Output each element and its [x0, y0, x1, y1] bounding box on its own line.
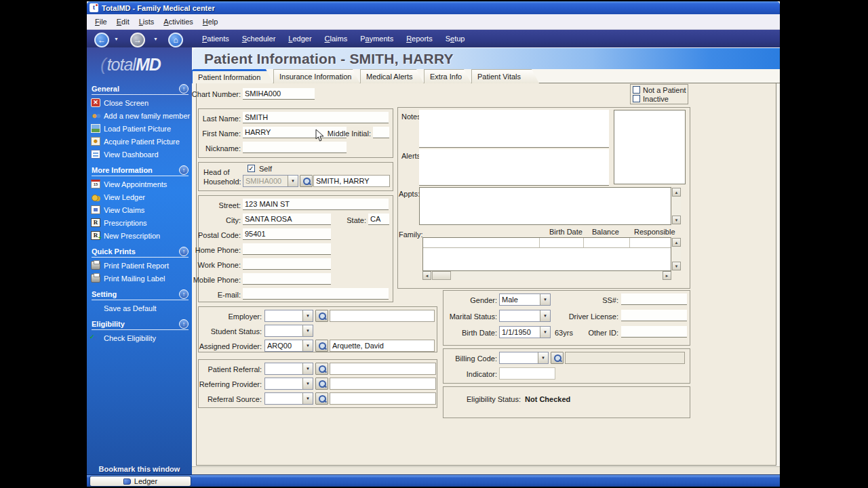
menu-file[interactable]: File [90, 16, 112, 28]
last-name-field[interactable]: SMITH [243, 112, 389, 123]
scroll-left-icon[interactable]: ◄ [422, 271, 431, 280]
scroll-up-icon[interactable]: ▲ [672, 188, 681, 197]
chevron-down-icon[interactable]: ▼ [302, 310, 313, 321]
sidebar-item-print-mailing-label[interactable]: Print Mailing Label [87, 272, 192, 285]
household-name-field[interactable]: SMITH, HARRY [313, 175, 390, 187]
patient-referral-combo[interactable]: ▼ [264, 363, 313, 375]
tab-medical-alerts[interactable]: Medical Alerts [360, 69, 424, 83]
chevron-down-icon[interactable]: ▼ [302, 393, 313, 404]
employer-combo[interactable]: ▼ [264, 310, 313, 322]
sidebar-item-add-family-member[interactable]: Add a new family member [87, 109, 192, 122]
sidebar-item-prescriptions[interactable]: RPrescriptions [87, 216, 192, 229]
sidebar-item-view-appointments[interactable]: 15View Appointments [87, 178, 192, 190]
other-id-field[interactable] [621, 326, 687, 338]
scroll-down-icon[interactable]: ▼ [672, 262, 681, 270]
chevron-down-icon[interactable]: ▼ [540, 310, 550, 321]
chevron-down-icon[interactable]: ▼ [540, 294, 550, 305]
nickname-field[interactable] [243, 142, 347, 153]
chevron-down-icon[interactable]: ▼ [288, 176, 298, 186]
assigned-provider-name-field[interactable]: Arquette, David [330, 340, 435, 352]
sidebar-item-view-dashboard[interactable]: View Dashboard [87, 148, 192, 161]
referral-source-search-button[interactable] [315, 392, 328, 405]
ss-number-field[interactable] [621, 293, 687, 305]
sidebar-item-load-patient-picture[interactable]: Load Patient Picture [87, 122, 192, 135]
chevron-down-icon[interactable]: ▼ [540, 327, 550, 338]
family-hscrollbar[interactable] [422, 271, 671, 280]
tab-insurance-information[interactable]: Insurance Information [273, 69, 360, 83]
driver-license-field[interactable] [621, 310, 687, 321]
tab-patient-vitals[interactable]: Patient Vitals [471, 69, 539, 83]
sidebar-item-view-claims[interactable]: View Claims [87, 203, 192, 216]
not-a-patient-checkbox[interactable] [633, 86, 640, 94]
nav-setup[interactable]: Setup [446, 35, 465, 43]
section-header-more-information[interactable]: More Information ↑ [92, 165, 189, 176]
referring-provider-combo[interactable]: ▼ [264, 378, 313, 390]
home-phone-field[interactable] [243, 243, 331, 255]
patient-referral-search-button[interactable] [315, 363, 328, 375]
self-checkbox[interactable]: ✓ [248, 165, 255, 172]
tab-patient-information[interactable]: Patient Information [192, 69, 273, 83]
sidebar-item-new-prescription[interactable]: RNew Prescription [87, 229, 192, 242]
chevron-down-icon[interactable]: ▼ [302, 340, 313, 351]
sidebar-item-acquire-patient-picture[interactable]: ☻Acquire Patient Picture [87, 135, 192, 148]
inactive-checkbox[interactable] [633, 95, 640, 102]
chevron-down-icon[interactable]: ▼ [302, 378, 313, 389]
nav-scheduler[interactable]: Scheduler [242, 35, 276, 43]
forward-history-caret-icon[interactable]: ▼ [153, 37, 158, 41]
nav-ledger[interactable]: Ledger [288, 35, 311, 43]
tab-extra-info[interactable]: Extra Info [424, 69, 471, 83]
chart-number-field[interactable]: SMIHA000 [243, 88, 315, 100]
birth-date-combo[interactable]: 1/1/1950▼ [499, 326, 551, 338]
indicator-field[interactable] [499, 367, 555, 380]
sidebar-item-save-as-default[interactable]: Save as Default [87, 302, 192, 314]
city-field[interactable]: SANTA ROSA [243, 214, 331, 225]
appts-list[interactable] [419, 187, 671, 225]
referral-source-field[interactable] [330, 392, 436, 405]
nav-payments[interactable]: Payments [360, 35, 393, 43]
sidebar-item-check-eligibility[interactable]: eCheck Eligibility [87, 331, 192, 344]
nav-claims[interactable]: Claims [325, 35, 348, 43]
scroll-up-icon[interactable]: ▲ [672, 238, 681, 247]
billing-code-combo[interactable]: ▼ [499, 352, 549, 364]
menu-edit[interactable]: Edit [112, 16, 134, 28]
referral-source-combo[interactable]: ▼ [264, 392, 313, 405]
forward-button[interactable]: → [130, 33, 145, 47]
hscroll-thumb[interactable] [432, 271, 451, 280]
billing-code-field[interactable] [565, 352, 685, 364]
student-status-combo[interactable]: ▼ [264, 325, 313, 337]
state-field[interactable]: CA [368, 214, 389, 225]
window-titlebar[interactable]: t TotalMD - Family Medical center [87, 1, 780, 14]
section-header-setting[interactable]: Setting ↑ [92, 289, 189, 300]
bookmark-window-button[interactable]: Bookmark this window [87, 465, 192, 473]
section-header-eligibility[interactable]: Eligibility ↑ [92, 319, 189, 330]
chevron-down-icon[interactable]: ▼ [538, 352, 548, 363]
family-table[interactable] [422, 237, 671, 271]
sidebar-item-close-screen[interactable]: ✕Close Screen [87, 96, 192, 109]
employer-name-field[interactable] [330, 310, 435, 322]
postal-code-field[interactable]: 95401 [243, 228, 331, 240]
email-field[interactable] [243, 288, 389, 300]
nav-patients[interactable]: Patients [202, 35, 229, 43]
alerts-textarea[interactable] [419, 149, 609, 186]
scroll-right-icon[interactable]: ► [663, 271, 671, 280]
referring-provider-search-button[interactable] [315, 378, 328, 390]
sidebar-item-view-ledger[interactable]: View Ledger [87, 190, 192, 203]
patient-referral-field[interactable] [330, 363, 436, 375]
gender-combo[interactable]: Male▼ [499, 293, 551, 306]
work-phone-field[interactable] [243, 258, 331, 270]
billing-code-search-button[interactable] [551, 352, 564, 364]
taskbar-ledger-button[interactable]: Ledger [90, 476, 191, 487]
notes-textarea[interactable] [419, 110, 609, 148]
section-header-general[interactable]: General ↑ [92, 83, 189, 95]
marital-status-combo[interactable]: ▼ [499, 310, 551, 322]
street-field[interactable]: 123 MAIN ST [243, 199, 389, 210]
assigned-provider-search-button[interactable] [315, 340, 328, 352]
back-history-caret-icon[interactable]: ▼ [114, 37, 119, 41]
back-button[interactable]: ← [94, 33, 109, 47]
home-button[interactable]: ⌂ [168, 33, 183, 47]
scroll-down-icon[interactable]: ▼ [672, 216, 681, 224]
sidebar-item-print-patient-report[interactable]: Print Patient Report [87, 259, 192, 272]
menu-help[interactable]: Help [198, 16, 223, 28]
collapse-arrow-icon[interactable]: ↑ [179, 165, 189, 175]
household-combo[interactable]: SMIHA000 ▼ [243, 175, 298, 187]
